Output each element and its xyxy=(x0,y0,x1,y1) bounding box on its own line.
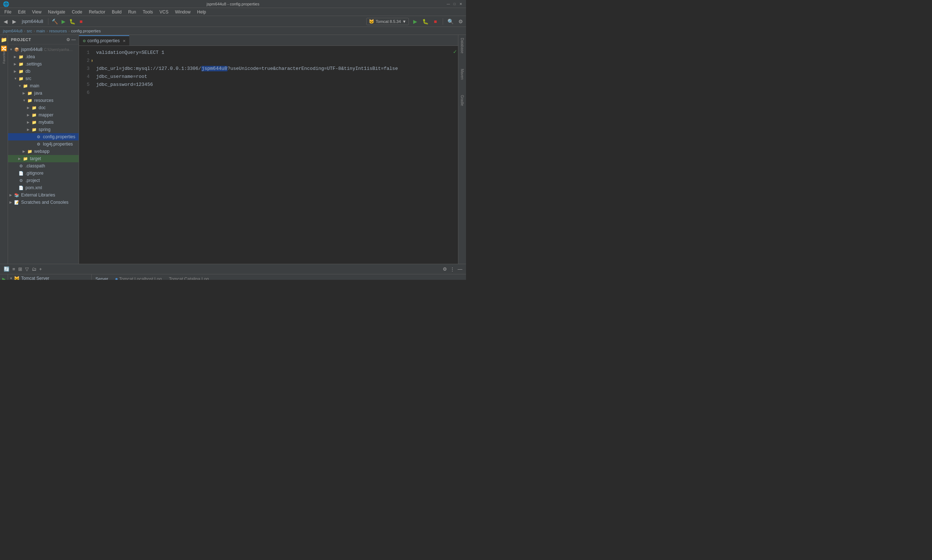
server-tab-localhost-log[interactable]: Tomcat Localhost Log xyxy=(112,274,165,280)
sidebar-settings-icon[interactable]: ⚙ xyxy=(66,37,70,42)
gradle-panel-icon[interactable]: Gradle xyxy=(459,94,465,107)
tree-item-external-libs[interactable]: ▶ 📚 External Libraries xyxy=(8,191,79,198)
run-config-selector[interactable]: 🐱 Tomcat 8.5.34 ▼ xyxy=(366,18,409,25)
panel-settings-icon[interactable]: ⚙ xyxy=(442,266,448,272)
tree-label-mybatis: mybatis xyxy=(39,120,54,125)
menu-view[interactable]: View xyxy=(29,9,45,15)
tab-close-button[interactable]: ✕ xyxy=(123,39,126,43)
run-config-stop[interactable]: ■ xyxy=(431,17,439,25)
window-controls[interactable]: — □ ✕ xyxy=(446,2,463,6)
project-name: jspm644u8 xyxy=(20,19,46,24)
tree-item-resources[interactable]: ▼ 📁 resources xyxy=(8,97,79,104)
tree-item-java[interactable]: ▶ 📁 java xyxy=(8,89,79,97)
tree-item-project[interactable]: ⚙ .project xyxy=(8,177,79,184)
menu-window[interactable]: Window xyxy=(172,9,194,15)
nav-main[interactable]: main xyxy=(36,29,45,33)
maximize-button[interactable]: □ xyxy=(452,2,457,6)
line-numbers: 1 2 3 4 5 6 xyxy=(79,46,92,264)
nav-resources[interactable]: resources xyxy=(49,29,66,33)
tree-item-config-props[interactable]: ⚙ config.properties xyxy=(8,133,79,140)
tree-item-target[interactable]: ▶ 📁 target xyxy=(8,155,79,162)
tree-item-scratches[interactable]: ▶ 📝 Scratches and Consoles xyxy=(8,198,79,206)
menu-file[interactable]: File xyxy=(2,9,14,15)
bottom-panel: 🔄 ≡ ⊞ ▽ 🗂 + ⚙ ⋮ — ▶ ■ 🔄 🐛 📤 🔃 ⊞ ▼ 🐱 To xyxy=(0,264,466,280)
panel-options-icon[interactable]: ⋮ xyxy=(449,266,456,272)
server-tab-catalina-log[interactable]: Tomcat Catalina Log xyxy=(165,274,212,280)
tree-item-log4j[interactable]: ⚙ log4j.properties xyxy=(8,140,79,148)
settings-button[interactable]: ⚙ xyxy=(456,17,465,25)
menu-run[interactable]: Run xyxy=(125,9,139,15)
code-editor[interactable]: validationQuery=SELECT 1 jdbc_url=jdbc:m… xyxy=(92,46,452,264)
tab-label: config.properties xyxy=(87,38,120,43)
tree-item-spring[interactable]: ▶ 📁 spring xyxy=(8,126,79,133)
run-button[interactable]: ▶ xyxy=(60,17,68,25)
services-collapse-icon[interactable]: ≡ xyxy=(12,266,16,272)
line-num-4: 4 xyxy=(79,73,89,81)
build-toolbar: 🔨 ▶ 🐛 ■ xyxy=(51,17,85,25)
tree-path: C:\Users\yanhao\... xyxy=(44,48,73,52)
search-button[interactable]: 🔍 xyxy=(446,17,454,25)
debug-button[interactable]: 🐛 xyxy=(68,17,77,25)
window-title: jspm644u8 - config.properties xyxy=(207,2,260,6)
toolbar: ◀ ▶ jspm644u8 🔨 ▶ 🐛 ■ 🐱 Tomcat 8.5.34 ▼ … xyxy=(0,16,466,27)
menu-refactor[interactable]: Refactor xyxy=(86,9,108,15)
server-tab-server[interactable]: Server xyxy=(92,274,112,280)
tree-item-gitignore[interactable]: 📄 .gitignore xyxy=(8,169,79,177)
menu-code[interactable]: Code xyxy=(69,9,85,15)
tree-item-idea[interactable]: ▶ 📁 .idea xyxy=(8,53,79,60)
code-line-4: jdbc_username=root xyxy=(96,73,448,81)
editor-tabs: ⚙ config.properties ✕ xyxy=(79,35,458,46)
main-layout: 📁 🔀 Favorites Project ⚙ — ▼ 📦 jspm644u8 … xyxy=(0,35,466,264)
tree-item-root[interactable]: ▼ 📦 jspm644u8 C:\Users\yanhao\... xyxy=(8,46,79,53)
services-filter-icon[interactable]: ▽ xyxy=(25,266,29,272)
menu-help[interactable]: Help xyxy=(194,9,209,15)
build-button[interactable]: 🔨 xyxy=(51,17,59,25)
menu-tools[interactable]: Tools xyxy=(140,9,156,15)
services-refresh-icon[interactable]: 🔄 xyxy=(3,266,10,272)
server-tabs: Server Tomcat Localhost Log Tomcat Catal… xyxy=(92,274,466,280)
tree-item-db[interactable]: ▶ 📁 db xyxy=(8,68,79,75)
menu-build[interactable]: Build xyxy=(109,9,125,15)
tree-item-webapp[interactable]: ▶ 📁 webapp xyxy=(8,148,79,155)
tree-item-mapper[interactable]: ▶ 📁 mapper xyxy=(8,111,79,118)
services-group-icon[interactable]: 🗂 xyxy=(31,266,37,272)
forward-button[interactable]: ▶ xyxy=(10,17,18,25)
tree-item-src[interactable]: ▼ 📁 src xyxy=(8,75,79,82)
menu-vcs[interactable]: VCS xyxy=(157,9,171,15)
database-panel-icon[interactable]: Database xyxy=(459,36,465,55)
tab-config-properties[interactable]: ⚙ config.properties ✕ xyxy=(79,35,129,46)
favorites-icon[interactable]: Favorites xyxy=(1,54,7,60)
service-run-icon[interactable]: ▶ xyxy=(1,276,7,280)
close-button[interactable]: ✕ xyxy=(458,2,463,6)
tree-item-settings[interactable]: ▶ 📁 .settings xyxy=(8,60,79,68)
project-view-icon[interactable]: 📁 xyxy=(1,36,7,43)
tree-item-pom[interactable]: 📄 pom.xml xyxy=(8,184,79,191)
run-config-run[interactable]: ▶ xyxy=(411,17,419,25)
maven-panel-icon[interactable]: Maven xyxy=(459,67,465,81)
sidebar-collapse-icon[interactable]: — xyxy=(71,37,76,42)
nav-bar: jspm644u8 › src › main › resources › con… xyxy=(0,27,466,35)
tree-item-main[interactable]: ▼ 📁 main xyxy=(8,82,79,89)
services-add-icon[interactable]: + xyxy=(39,266,43,272)
nav-project[interactable]: jspm644u8 xyxy=(3,29,23,33)
tree-item-classpath[interactable]: ⚙ .classpath xyxy=(8,162,79,169)
services-expand-icon[interactable]: ⊞ xyxy=(17,266,23,272)
menu-navigate[interactable]: Navigate xyxy=(45,9,68,15)
arrow-icon: ▼ xyxy=(9,48,14,51)
editor-area: ⚙ config.properties ✕ 1 2 3 4 5 6 valida… xyxy=(79,35,458,264)
minimize-button[interactable]: — xyxy=(446,2,451,6)
panel-minimize-icon[interactable]: — xyxy=(457,266,463,272)
nav-src[interactable]: src xyxy=(27,29,32,33)
run-config-label: Tomcat 8.5.34 xyxy=(376,19,401,24)
services-item-tomcat-server[interactable]: ▼ 🐱 Tomcat Server xyxy=(8,274,91,280)
tree-label-gitignore: .gitignore xyxy=(26,171,43,176)
tb-sep2 xyxy=(443,18,443,25)
app-icon: 🌐 xyxy=(3,1,9,7)
back-button[interactable]: ◀ xyxy=(2,17,9,25)
code-line-5: jdbc_password=123456 xyxy=(96,81,448,89)
run-config-debug[interactable]: 🐛 xyxy=(421,17,429,25)
stop-button[interactable]: ■ xyxy=(77,17,85,25)
tree-item-mybatis[interactable]: ▶ 📁 mybatis xyxy=(8,118,79,126)
tree-item-doc[interactable]: ▶ 📁 doc xyxy=(8,104,79,111)
menu-edit[interactable]: Edit xyxy=(15,9,28,15)
